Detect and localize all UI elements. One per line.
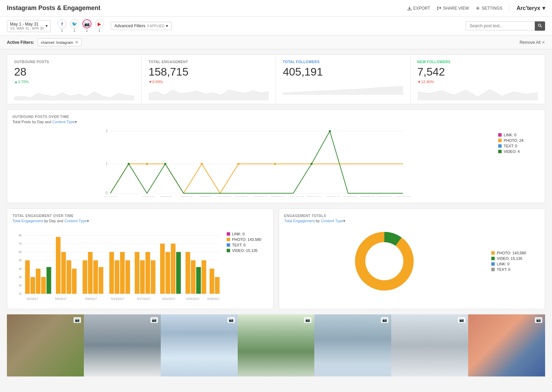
content-type-link[interactable]: Content Type <box>52 120 75 124</box>
legend-color-link <box>498 133 502 137</box>
svg-text:5/17/2017: 5/17/2017 <box>137 297 150 301</box>
engagement-chart-subtitle: Total Engagement by Day and Content Type… <box>12 219 268 223</box>
legend-totals-link: LINK: 0 <box>491 262 540 266</box>
followers-sparkline <box>283 81 403 95</box>
image-card-3[interactable]: 📷 <box>161 314 238 376</box>
channel-filter-tag: channel: Instagram ✕ <box>38 38 82 46</box>
legend-item-link: LINK: 0 <box>498 133 540 137</box>
search-input[interactable] <box>466 21 535 30</box>
outbound-line-chart: 2 1 0 <box>12 128 491 197</box>
sub-header: May 1 - May 31 VS. MAR 31 - APR 30 ▾ f 1… <box>0 17 552 36</box>
svg-rect-68 <box>99 267 103 294</box>
legend-color-text <box>498 144 502 148</box>
svg-rect-62 <box>61 252 66 294</box>
image-card-6[interactable]: 📷 <box>391 314 468 376</box>
svg-rect-70 <box>115 260 119 294</box>
svg-marker-4 <box>149 90 269 100</box>
legend-color-photo2 <box>227 238 230 241</box>
image-card-7[interactable]: 📷 <box>468 314 545 376</box>
instagram-icon: 📷 <box>82 19 91 28</box>
facebook-channel[interactable]: f 1 <box>58 19 67 32</box>
image-card-5[interactable]: 📷 <box>314 314 391 376</box>
youtube-channel[interactable]: ▶ 1 <box>95 19 104 32</box>
svg-text:0: 0 <box>106 191 108 195</box>
legend-totals-video: VIDEO: 15,135 <box>491 256 540 261</box>
remove-all-filters-button[interactable]: Remove All ✕ <box>520 40 545 45</box>
brand-selector[interactable]: Arc'teryx ▾ <box>509 5 545 11</box>
share-button[interactable]: SHARE VIEW <box>437 6 469 11</box>
svg-text:3k: 3k <box>19 275 22 279</box>
legend-color-text3 <box>491 268 495 271</box>
twitter-channel[interactable]: 🐦 1 <box>70 19 79 32</box>
svg-line-2 <box>541 26 542 27</box>
svg-rect-85 <box>209 269 214 294</box>
svg-rect-73 <box>135 252 139 294</box>
svg-text:5/27/2017: 5/27/2017 <box>361 196 374 197</box>
remove-filter-button[interactable]: ✕ <box>75 40 79 45</box>
kpi-total-followers: TOTAL FOLLOWERS 405,191 <box>276 55 411 104</box>
settings-icon <box>476 6 480 10</box>
svg-marker-5 <box>283 86 403 95</box>
new-followers-sparkline <box>417 87 538 100</box>
image-card-2[interactable]: 📷 <box>84 314 161 376</box>
advanced-filters-button[interactable]: Advanced Filters 0 APPLIED ▾ <box>111 22 172 30</box>
legend-totals-text: TEXT: 0 <box>491 267 540 272</box>
svg-rect-64 <box>72 269 77 294</box>
svg-text:5/29/2017: 5/29/2017 <box>207 297 220 301</box>
svg-rect-81 <box>186 252 190 294</box>
main-content: OUTBOUND POSTS 28 ▲3.70% TOTAL ENGAGEMEN… <box>0 49 552 382</box>
image-card-4[interactable]: 📷 <box>238 314 315 376</box>
kpi-total-engagement: TOTAL ENGAGEMENT 158,715 ▼0.99% <box>142 55 276 104</box>
svg-point-16 <box>201 163 203 165</box>
svg-point-0 <box>477 8 479 9</box>
svg-text:5/13/2017: 5/13/2017 <box>235 196 248 197</box>
svg-text:5/13/2017: 5/13/2017 <box>111 297 125 301</box>
svg-text:1: 1 <box>106 162 108 166</box>
bar-chart-wrap: 1k 2k 3k 4k 5k 6k 7k 8k <box>12 227 220 304</box>
facebook-icon: f <box>58 19 67 28</box>
content-type-link2[interactable]: Content Type <box>64 219 87 223</box>
date-range-picker[interactable]: May 1 - May 31 VS. MAR 31 - APR 30 ▾ <box>7 20 51 32</box>
legend-item-video: VIDEO: 4 <box>498 149 540 154</box>
export-button[interactable]: EXPORT <box>407 6 430 11</box>
svg-text:2: 2 <box>106 129 108 133</box>
legend-item-text: TEXT: 0 <box>498 144 540 148</box>
svg-point-23 <box>329 130 331 132</box>
image-card-1[interactable]: 📷 <box>7 314 84 376</box>
legend-totals-photo: PHOTO: 143,580 <box>491 251 540 255</box>
engagement-sparkline <box>149 87 269 100</box>
content-type-link3[interactable]: Content Type <box>321 219 343 223</box>
bar-chart-container: 1k 2k 3k 4k 5k 6k 7k 8k <box>12 227 268 304</box>
svg-point-20 <box>128 163 130 165</box>
instagram-channel[interactable]: 📷 1 <box>82 19 91 32</box>
social-channel-filters: f 1 🐦 1 📷 1 ▶ 1 <box>58 19 104 32</box>
svg-rect-83 <box>196 267 201 294</box>
svg-text:5/9/2017: 5/9/2017 <box>199 196 211 197</box>
search-button[interactable] <box>535 21 545 31</box>
legend-color-video3 <box>491 257 495 260</box>
svg-text:5/21/2017: 5/21/2017 <box>307 196 321 197</box>
engagement-over-time-chart: TOTAL ENGAGEMENT OVER TIME Total Engagem… <box>7 208 274 309</box>
svg-rect-63 <box>67 260 71 294</box>
legend-item-photo: PHOTO: 24 <box>498 138 540 143</box>
svg-rect-69 <box>109 252 114 294</box>
engagement-totals-inner: PHOTO: 143,580 VIDEO: 15,135 LINK: 0 TEX… <box>284 227 540 296</box>
svg-text:2k: 2k <box>19 284 22 287</box>
outbound-sparkline <box>14 87 135 100</box>
svg-rect-84 <box>201 260 206 294</box>
total-engagement-link[interactable]: Total Engagement <box>12 219 43 223</box>
chevron-down-icon: ▾ <box>46 23 48 28</box>
svg-text:5/9/2017: 5/9/2017 <box>85 297 97 301</box>
svg-text:5/31/2017: 5/31/2017 <box>396 196 410 197</box>
line-chart-wrap: 2 1 0 <box>12 128 491 198</box>
instagram-badge-7: 📷 <box>535 317 542 323</box>
legend-color-text2 <box>227 243 230 247</box>
svg-rect-80 <box>176 252 181 294</box>
svg-rect-65 <box>82 260 87 294</box>
line-chart-container: 2 1 0 <box>12 128 540 198</box>
settings-button[interactable]: SETTINGS <box>476 6 502 11</box>
top-header: Instagram Posts & Engagement EXPORT SHAR… <box>0 0 552 17</box>
chevron-down-icon: ▾ <box>542 5 545 11</box>
total-engagement-link2[interactable]: Total Engagement <box>284 219 315 223</box>
svg-text:5/25/2017: 5/25/2017 <box>343 196 357 197</box>
